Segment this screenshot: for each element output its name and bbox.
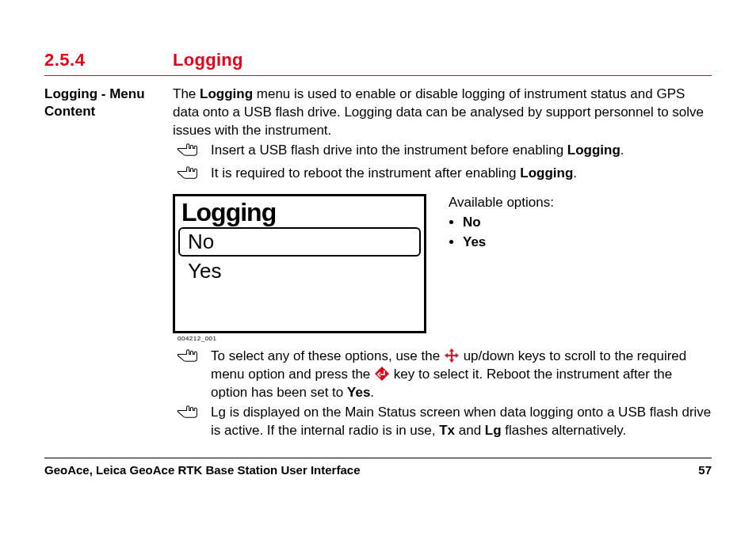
footer-page-number: 57 bbox=[698, 463, 712, 477]
footer-left: GeoAce, Leica GeoAce RTK Base Station Us… bbox=[44, 463, 360, 477]
enter-key-icon bbox=[374, 366, 390, 382]
pointing-hand-icon bbox=[176, 165, 201, 181]
section-divider bbox=[44, 75, 712, 76]
available-option: No bbox=[463, 214, 554, 232]
note-text: To select any of these options, use the … bbox=[211, 348, 712, 402]
screenshot-row: Logging NoYes 004212_001 Available optio… bbox=[173, 194, 712, 344]
lcd-wrap: Logging NoYes 004212_001 bbox=[173, 194, 426, 344]
available-heading: Available options: bbox=[449, 194, 554, 212]
note-row: Lg is displayed on the Main Status scree… bbox=[173, 404, 712, 440]
footer-divider bbox=[44, 458, 712, 458]
svg-marker-1 bbox=[375, 367, 389, 381]
note-row: Insert a USB flash drive into the instru… bbox=[173, 142, 712, 163]
svg-marker-0 bbox=[445, 348, 459, 363]
sidebar-label: Logging - Menu Content bbox=[44, 86, 173, 440]
top-notes: Insert a USB flash drive into the instru… bbox=[173, 142, 712, 186]
available-list: NoYes bbox=[463, 214, 554, 252]
nav-dpad-icon bbox=[444, 348, 460, 363]
sidebar-line1: Logging - Menu bbox=[44, 86, 145, 101]
available-option: Yes bbox=[463, 234, 554, 252]
main-column: The Logging menu is used to enable or di… bbox=[173, 86, 712, 440]
lcd-list: NoYes bbox=[175, 227, 424, 285]
section-number: 2.5.4 bbox=[44, 50, 173, 70]
lcd-menu-item[interactable]: Yes bbox=[178, 257, 421, 286]
pointing-hand-icon bbox=[176, 404, 201, 420]
note-row: To select any of these options, use the … bbox=[173, 348, 712, 402]
intro-bold: Logging bbox=[200, 86, 253, 101]
section-title: Logging bbox=[173, 50, 243, 70]
lcd-screen: Logging NoYes bbox=[173, 194, 426, 333]
body-grid: Logging - Menu Content The Logging menu … bbox=[44, 86, 712, 440]
manual-page: 2.5.4 Logging Logging - Menu Content The… bbox=[0, 0, 756, 536]
page-footer: GeoAce, Leica GeoAce RTK Base Station Us… bbox=[44, 463, 712, 477]
intro-text-2: menu is used to enable or disable loggin… bbox=[173, 86, 704, 138]
note-text: It is required to reboot the instrument … bbox=[211, 165, 712, 183]
lcd-caption: 004212_001 bbox=[173, 335, 426, 344]
intro-text: The bbox=[173, 86, 200, 101]
lcd-menu-item[interactable]: No bbox=[178, 227, 421, 257]
section-header: 2.5.4 Logging bbox=[44, 50, 712, 70]
available-options: Available options: NoYes bbox=[426, 194, 554, 344]
note-row: It is required to reboot the instrument … bbox=[173, 165, 712, 186]
pointing-hand-icon bbox=[176, 142, 201, 158]
note-text: Insert a USB flash drive into the instru… bbox=[211, 142, 712, 160]
bottom-notes: To select any of these options, use the … bbox=[173, 348, 712, 440]
pointing-hand-icon bbox=[176, 348, 201, 363]
note-text: Lg is displayed on the Main Status scree… bbox=[211, 404, 712, 440]
lcd-title: Logging bbox=[175, 200, 424, 226]
intro-paragraph: The Logging menu is used to enable or di… bbox=[173, 86, 712, 140]
sidebar-line2: Content bbox=[44, 104, 95, 119]
